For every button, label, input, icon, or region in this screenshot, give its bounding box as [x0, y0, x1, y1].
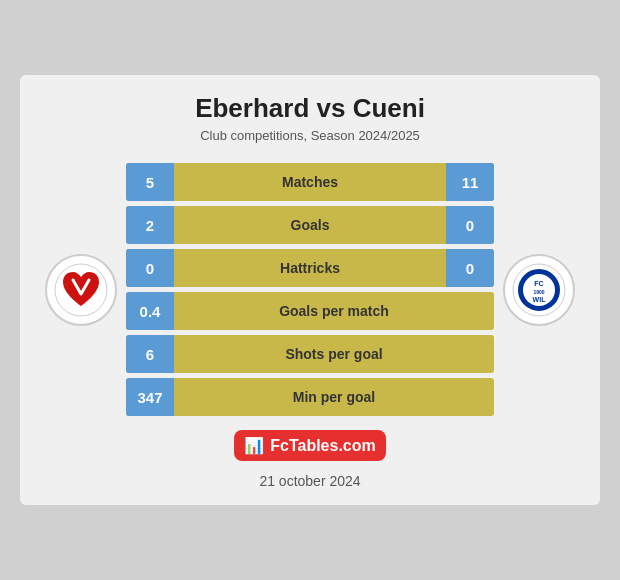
stat-left-val-goals-per-match: 0.4 — [126, 292, 174, 330]
brand-section: 📊 FcTables.com — [234, 430, 386, 461]
stat-right-val-goals: 0 — [446, 206, 494, 244]
stat-left-val-hattricks: 0 — [126, 249, 174, 287]
eberhard-logo — [45, 254, 117, 326]
stat-label-goals-per-match: Goals per match — [174, 303, 494, 319]
svg-text:WIL: WIL — [533, 296, 547, 303]
comparison-card: Eberhard vs Cueni Club competitions, Sea… — [20, 75, 600, 505]
svg-text:1900: 1900 — [533, 289, 544, 295]
match-date: 21 october 2024 — [36, 473, 584, 489]
stat-right-val-matches: 11 — [446, 163, 494, 201]
stat-left-val-shots-per-goal: 6 — [126, 335, 174, 373]
stat-left-val-min-per-goal: 347 — [126, 378, 174, 416]
stats-rows: 5 Matches 11 2 Goals 0 0 Hattricks 0 0.4… — [126, 163, 494, 416]
stat-row-min-per-goal: 347 Min per goal — [126, 378, 494, 416]
brand-icon: 📊 — [244, 436, 264, 455]
stat-row-goals: 2 Goals 0 — [126, 206, 494, 244]
page-subtitle: Club competitions, Season 2024/2025 — [36, 128, 584, 143]
stat-label-goals: Goals — [174, 217, 446, 233]
stat-left-val-matches: 5 — [126, 163, 174, 201]
stat-right-val-hattricks: 0 — [446, 249, 494, 287]
stat-row-goals-per-match: 0.4 Goals per match — [126, 292, 494, 330]
stat-label-shots-per-goal: Shots per goal — [174, 346, 494, 362]
left-team-logo — [36, 254, 126, 326]
svg-text:FC: FC — [534, 280, 543, 287]
cueni-logo: FC 1900 WIL — [503, 254, 575, 326]
page-title: Eberhard vs Cueni — [36, 93, 584, 124]
stat-label-min-per-goal: Min per goal — [174, 389, 494, 405]
stat-label-hattricks: Hattricks — [174, 260, 446, 276]
stat-row-hattricks: 0 Hattricks 0 — [126, 249, 494, 287]
stat-row-matches: 5 Matches 11 — [126, 163, 494, 201]
right-team-logo: FC 1900 WIL — [494, 254, 584, 326]
brand-name: FcTables.com — [270, 437, 376, 455]
stat-left-val-goals: 2 — [126, 206, 174, 244]
stats-section: 5 Matches 11 2 Goals 0 0 Hattricks 0 0.4… — [36, 163, 584, 416]
stat-row-shots-per-goal: 6 Shots per goal — [126, 335, 494, 373]
stat-label-matches: Matches — [174, 174, 446, 190]
